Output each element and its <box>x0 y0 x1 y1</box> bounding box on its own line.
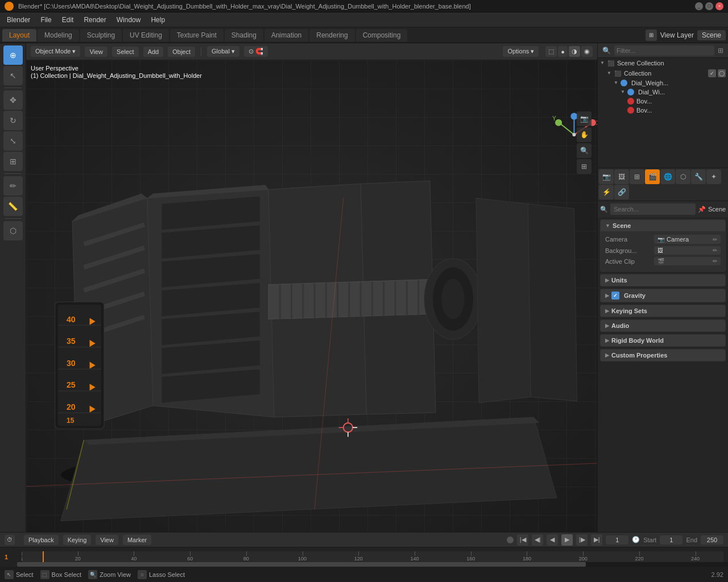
object-properties-button[interactable]: ⬡ <box>676 169 690 184</box>
menu-edit[interactable]: Edit <box>57 15 78 25</box>
close-button[interactable]: × <box>715 2 723 10</box>
menu-blender[interactable]: Blender <box>2 15 35 25</box>
particles-properties-button[interactable]: ✦ <box>706 169 721 184</box>
timeline-scrollbar[interactable] <box>17 562 728 567</box>
active-clip-value[interactable]: 🎬 ✏ <box>654 257 721 265</box>
tab-layout[interactable]: Layout <box>2 29 36 41</box>
start-frame-field[interactable]: 1 <box>660 535 682 544</box>
zoom-viewport-button[interactable]: 🔍 <box>577 143 592 158</box>
collection-exclude-icon[interactable]: ◯ <box>718 69 726 77</box>
timeline-scrollbar-thumb[interactable] <box>17 562 586 567</box>
constraints-properties-button[interactable]: 🔗 <box>614 185 629 199</box>
measure-tool-button[interactable]: 📏 <box>3 197 23 216</box>
output-properties-button[interactable]: 🖼 <box>614 169 629 184</box>
scale-tool-button[interactable]: ⤡ <box>3 131 23 151</box>
wireframe-button[interactable]: ⬚ <box>545 46 557 57</box>
audio-section-header[interactable]: ▶ Audio <box>601 320 725 331</box>
select-tool-button[interactable]: ↖ <box>3 66 23 85</box>
tab-sculpting[interactable]: Sculpting <box>80 29 122 41</box>
view-layer-properties-button[interactable]: ⊞ <box>630 169 644 184</box>
custom-properties-header[interactable]: ▶ Custom Properties <box>601 350 725 361</box>
gravity-checkbox[interactable]: ✓ <box>611 292 619 300</box>
menu-file[interactable]: File <box>36 15 56 25</box>
world-properties-button[interactable]: 🌐 <box>660 169 675 184</box>
jump-end-button[interactable]: ▶| <box>591 534 602 546</box>
select-menu[interactable]: Select <box>112 47 139 57</box>
outliner-item-dial-wi[interactable]: ▼ Dial_Wi... <box>618 88 728 97</box>
scene-properties-button[interactable]: 🎬 <box>645 169 660 184</box>
annotate-tool-button[interactable]: ✏ <box>3 176 23 196</box>
current-frame-field[interactable]: 1 <box>606 535 628 544</box>
outliner-item-bov2[interactable]: Bov... <box>625 106 728 115</box>
object-menu[interactable]: Object <box>168 47 195 57</box>
viewport-canvas[interactable]: 40 35 30 25 20 15 <box>26 60 597 532</box>
playback-menu[interactable]: Playback <box>24 535 59 545</box>
jump-start-button[interactable]: |◀ <box>517 534 528 546</box>
transform-orientation[interactable]: Global ▾ <box>207 46 239 57</box>
snap-options[interactable]: ⊙ 🧲 <box>244 46 268 57</box>
next-keyframe-button[interactable]: |▶ <box>576 534 588 546</box>
add-menu[interactable]: Add <box>143 47 164 57</box>
camera-value[interactable]: 📷 Camera ✏ <box>654 235 721 244</box>
select-status-item[interactable]: ↖ Select <box>5 570 34 579</box>
outliner-filter-icon[interactable]: ⊞ <box>718 47 723 55</box>
rigid-body-world-header[interactable]: ▶ Rigid Body World <box>601 335 725 346</box>
object-mode-selector[interactable]: Object Mode ▾ <box>31 46 80 57</box>
tab-modeling[interactable]: Modeling <box>38 29 79 41</box>
render-properties-button[interactable]: 📷 <box>599 169 614 184</box>
timeline-cursor[interactable] <box>43 551 44 563</box>
play-button[interactable]: ▶ <box>561 534 573 546</box>
box-select-status-item[interactable]: ⬚ Box Select <box>40 570 82 579</box>
menu-render[interactable]: Render <box>79 15 110 25</box>
timeline-icon-btn[interactable]: ⏱ <box>5 535 15 545</box>
zoom-status-item[interactable]: 🔍 Zoom View <box>88 570 131 579</box>
view-menu[interactable]: View <box>85 47 107 57</box>
cursor-tool-button[interactable]: ⊕ <box>3 45 23 65</box>
marker-menu[interactable]: Marker <box>123 535 151 545</box>
keying-sets-section-header[interactable]: ▶ Keying Sets <box>601 305 725 317</box>
outliner-item-collection[interactable]: ▼ ⬛ Collection ✓ ◯ <box>605 68 728 78</box>
rotate-tool-button[interactable]: ↻ <box>3 111 23 130</box>
scene-selector[interactable]: Scene <box>697 30 726 40</box>
outliner-search-input[interactable] <box>614 45 714 56</box>
outliner-item-dial-weight[interactable]: ▼ Dial_Weigh... <box>611 78 728 88</box>
gravity-section-header[interactable]: ▶ ✓ Gravity <box>601 289 725 302</box>
solid-button[interactable]: ● <box>558 46 568 57</box>
grid-view-button[interactable]: ⊞ <box>577 159 592 174</box>
lasso-status-item[interactable]: ○ Lasso Select <box>138 570 185 579</box>
viewport-options[interactable]: Options ▾ <box>503 46 539 57</box>
reverse-play-button[interactable]: ◀ <box>547 534 558 546</box>
add-primitive-button[interactable]: ⬡ <box>3 221 23 240</box>
tab-compositing[interactable]: Compositing <box>356 29 408 41</box>
move-tool-button[interactable]: ✥ <box>3 90 23 110</box>
tab-rendering[interactable]: Rendering <box>309 29 354 41</box>
tab-shading[interactable]: Shading <box>225 29 263 41</box>
timeline-track[interactable]: 1 20 40 60 80 100 120 140 160 180 200 22… <box>22 551 723 563</box>
camera-view-button[interactable]: 📷 <box>577 111 592 126</box>
record-button[interactable] <box>507 537 514 543</box>
hand-navigate-button[interactable]: ✋ <box>577 127 592 142</box>
view-menu-timeline[interactable]: View <box>96 535 118 545</box>
view-layer-icon[interactable]: ⊞ <box>646 30 657 41</box>
active-clip-edit-icon[interactable]: ✏ <box>713 258 717 264</box>
keying-menu[interactable]: Keying <box>63 535 92 545</box>
tab-texture-paint[interactable]: Texture Paint <box>170 29 224 41</box>
prev-keyframe-button[interactable]: ◀| <box>532 534 543 546</box>
material-preview-button[interactable]: ◑ <box>569 46 580 57</box>
tab-uv-editing[interactable]: UV Editing <box>123 29 169 41</box>
outliner-item-scene-collection[interactable]: ▼ ⬛ Scene Collection <box>598 58 728 68</box>
minimize-button[interactable]: _ <box>695 2 703 10</box>
physics-properties-button[interactable]: ⚡ <box>599 185 614 199</box>
menu-window[interactable]: Window <box>112 15 146 25</box>
units-section-header[interactable]: ▶ Units <box>601 275 725 286</box>
outliner-item-bov1[interactable]: Bov... <box>625 97 728 106</box>
properties-search-input[interactable] <box>610 203 696 215</box>
maximize-button[interactable]: □ <box>705 2 713 10</box>
scene-section-header[interactable]: ▼ Scene <box>601 220 725 231</box>
transform-tool-button[interactable]: ⊞ <box>3 152 23 171</box>
end-frame-field[interactable]: 250 <box>701 535 723 544</box>
menu-help[interactable]: Help <box>146 15 169 25</box>
rendered-button[interactable]: ◉ <box>581 46 593 57</box>
camera-edit-icon[interactable]: ✏ <box>713 236 717 243</box>
background-value[interactable]: 🖼 ✏ <box>654 246 721 255</box>
